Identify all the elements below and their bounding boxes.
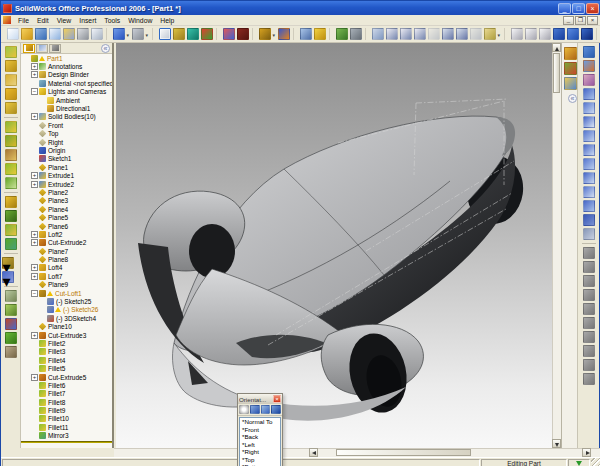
rectangle-icon[interactable]	[583, 102, 595, 114]
tree-item-fillet2[interactable]: Fillet2	[21, 339, 112, 347]
3d-sketch-icon[interactable]	[583, 60, 595, 72]
wireframe-icon[interactable]	[511, 28, 523, 40]
tree-item-top[interactable]: Top	[21, 130, 112, 138]
tree-item-fillet7[interactable]: Fillet7	[21, 390, 112, 398]
tree-item-plane5[interactable]: Plane5	[21, 213, 112, 221]
tree-item-solid-bodies-10[interactable]: +Solid Bodies(10)	[21, 113, 112, 121]
sw-office-icon[interactable]	[336, 28, 348, 40]
circle-icon[interactable]	[583, 116, 595, 128]
child-close-button[interactable]: ×	[587, 16, 598, 25]
orientation-view-top[interactable]: *Top	[240, 456, 280, 464]
open-icon[interactable]	[21, 28, 33, 40]
part-document-icon[interactable]	[3, 16, 11, 24]
expand-node-icon[interactable]: +	[31, 181, 38, 188]
tree-item-sketch26[interactable]: (-) Sketch26	[21, 306, 112, 314]
collapse-node-icon[interactable]: −	[31, 88, 38, 95]
rotate-view-icon[interactable]	[442, 28, 454, 40]
expand-node-icon[interactable]: +	[31, 63, 38, 70]
selection-filter-icon[interactable]	[173, 28, 185, 40]
curvature-icon[interactable]	[278, 28, 290, 40]
tree-item-fillet11[interactable]: Fillet11	[21, 423, 112, 431]
line-icon[interactable]	[583, 88, 595, 100]
spline-icon[interactable]	[583, 200, 595, 212]
rollback-bar[interactable]	[21, 441, 112, 443]
swept-cut-icon[interactable]	[5, 149, 17, 161]
file-explorer-icon[interactable]	[564, 77, 577, 90]
reference-geometry-icon[interactable]: ▾	[2, 257, 14, 269]
print-icon[interactable]	[77, 28, 89, 40]
extruded-boss-icon[interactable]	[5, 46, 17, 58]
tree-item-design-binder[interactable]: +Design Binder	[21, 71, 112, 79]
expand-node-icon[interactable]: +	[31, 113, 38, 120]
standard-views-icon[interactable]: ▾	[484, 28, 496, 40]
tab-featuremanager-design-tree[interactable]	[23, 44, 35, 53]
tree-item-lights-and-cameras[interactable]: −Lights and Cameras	[21, 88, 112, 96]
scroll-right-button[interactable]	[582, 448, 591, 457]
appearance-flyout-dropdown-icon[interactable]: ▾	[272, 32, 275, 38]
plane-tool-icon[interactable]	[5, 304, 17, 316]
undo-dropdown-icon[interactable]: ▾	[126, 32, 129, 38]
mirror-entities-icon[interactable]	[583, 275, 595, 287]
smart-dimension-icon[interactable]	[583, 74, 595, 86]
expand-node-icon[interactable]: +	[31, 273, 38, 280]
curves-icon[interactable]: ▾	[2, 271, 14, 283]
menu-item-insert[interactable]: Insert	[75, 16, 100, 25]
sketch-toggle-icon[interactable]	[187, 28, 199, 40]
orientation-view-right[interactable]: *Right	[240, 448, 280, 456]
convert-entities-icon[interactable]	[583, 289, 595, 301]
selection-filter-icon[interactable]	[576, 461, 582, 466]
orientation-view-normalto[interactable]: *Normal To	[240, 418, 280, 426]
reset-views-icon[interactable]	[271, 405, 281, 414]
move-entities-icon[interactable]	[583, 373, 595, 385]
circular-pattern-icon[interactable]	[5, 224, 17, 236]
tree-item-right[interactable]: Right	[21, 138, 112, 146]
tree-item-cut-extrude3[interactable]: +Cut-Extrude3	[21, 331, 112, 339]
orientation-view-front[interactable]: *Front	[240, 426, 280, 434]
menu-item-view[interactable]: View	[53, 16, 76, 25]
redo-icon[interactable]: ▾	[132, 28, 144, 40]
menu-item-window[interactable]: Window	[124, 16, 156, 25]
extruded-cut-icon[interactable]	[5, 121, 17, 133]
minimize-button[interactable]: _	[558, 3, 571, 14]
centerpoint-arc-icon[interactable]	[583, 144, 595, 156]
shell-icon[interactable]	[5, 196, 17, 208]
tree-item-cut-loft1[interactable]: −Cut-Loft1	[21, 289, 112, 297]
tree-item-plane6[interactable]: Plane6	[21, 222, 112, 230]
orientation-view-left[interactable]: *Left	[240, 441, 280, 449]
zoom-in-out-icon[interactable]	[414, 28, 426, 40]
save-icon[interactable]	[35, 28, 47, 40]
centerline-icon[interactable]	[583, 228, 595, 240]
title-bar[interactable]: SolidWorks Office Professional 2006 - [P…	[1, 1, 600, 15]
fillet-icon[interactable]	[5, 163, 17, 175]
3-point-arc-icon[interactable]	[583, 172, 595, 184]
child-restore-button[interactable]: ❐	[575, 16, 586, 25]
resize-grip[interactable]	[591, 458, 600, 466]
lofted-boss-icon[interactable]	[5, 88, 17, 100]
tree-item-fillet5[interactable]: Fillet5	[21, 364, 112, 372]
point-tool-icon[interactable]	[5, 332, 17, 344]
tree-item-plane4[interactable]: Plane4	[21, 205, 112, 213]
redo-dropdown-icon[interactable]: ▾	[145, 32, 148, 38]
dome-icon[interactable]	[5, 102, 17, 114]
sketch-icon[interactable]	[583, 46, 595, 58]
tree-item-plane9[interactable]: Plane9	[21, 281, 112, 289]
tab-property-manager[interactable]	[36, 44, 48, 53]
menu-item-file[interactable]: File	[14, 16, 33, 25]
tree-item-fillet3[interactable]: Fillet3	[21, 348, 112, 356]
maximize-button[interactable]: □	[572, 3, 585, 14]
rebuild-icon[interactable]	[201, 28, 213, 40]
orientation-title-bar[interactable]: Orientat... ×	[238, 394, 282, 404]
display-relations-icon[interactable]	[583, 261, 595, 273]
child-minimize-button[interactable]: _	[563, 16, 574, 25]
scroll-left-button[interactable]	[309, 448, 318, 457]
tree-item-loft7[interactable]: +Loft7	[21, 272, 112, 280]
new-document-icon[interactable]	[7, 28, 19, 40]
viewport-vertical-scrollbar[interactable]	[552, 43, 561, 448]
task-pane-collapse-button[interactable]: «	[568, 94, 577, 103]
expand-node-icon[interactable]: +	[31, 239, 38, 246]
toolbox-icon[interactable]	[350, 28, 362, 40]
tree-item-plane2[interactable]: Plane2	[21, 188, 112, 196]
new-view-icon[interactable]	[250, 405, 260, 414]
tree-item-extrude2[interactable]: +Extrude2	[21, 180, 112, 188]
tab-configuration-manager[interactable]	[49, 44, 61, 53]
